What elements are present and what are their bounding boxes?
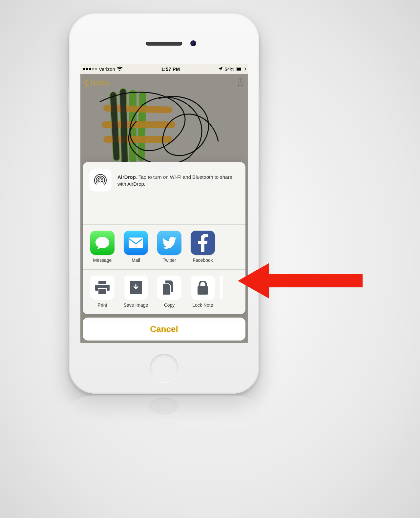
annotation-arrow-icon bbox=[238, 261, 363, 302]
phone-screen: Verizon 1:57 PM 54% Notes bbox=[80, 64, 248, 343]
cancel-label: Cancel bbox=[150, 324, 178, 334]
share-sheet: AirDrop. Tap to turn on Wi-Fi and Blueto… bbox=[83, 162, 245, 341]
share-app-facebook[interactable]: Facebook bbox=[190, 231, 216, 263]
share-label: Message bbox=[93, 258, 112, 263]
iphone-device-frame: Verizon 1:57 PM 54% Notes bbox=[69, 13, 259, 394]
share-app-twitter[interactable]: Twitter bbox=[156, 231, 182, 263]
action-copy[interactable]: Copy bbox=[156, 276, 182, 308]
lock-icon bbox=[191, 276, 215, 300]
share-label: Facebook bbox=[193, 258, 213, 263]
share-label: Mail bbox=[132, 258, 140, 263]
airdrop-title: AirDrop bbox=[117, 174, 136, 180]
front-camera bbox=[190, 40, 196, 46]
action-lock-note[interactable]: Lock Note bbox=[190, 276, 216, 308]
home-button[interactable] bbox=[150, 354, 178, 383]
earpiece-speaker bbox=[146, 42, 182, 46]
share-app-mail[interactable]: Mail bbox=[123, 231, 149, 263]
print-icon bbox=[90, 276, 115, 300]
copy-icon bbox=[157, 276, 181, 300]
share-app-message[interactable]: Message bbox=[89, 231, 116, 263]
share-label: Lock Note bbox=[192, 302, 213, 308]
more-icon bbox=[220, 276, 223, 300]
battery-pct-label: 54% bbox=[224, 66, 234, 72]
battery-icon bbox=[236, 67, 245, 71]
action-partial-more[interactable] bbox=[220, 276, 223, 308]
share-label: Save Image bbox=[124, 302, 148, 308]
status-bar: Verizon 1:57 PM 54% bbox=[80, 64, 248, 74]
twitter-icon bbox=[157, 231, 181, 255]
share-label: Twitter bbox=[162, 258, 176, 263]
carrier-label: Verizon bbox=[99, 66, 115, 72]
message-icon bbox=[90, 231, 115, 255]
cancel-button[interactable]: Cancel bbox=[83, 318, 245, 341]
status-right: 54% bbox=[219, 66, 245, 72]
svg-point-0 bbox=[99, 179, 102, 182]
action-print[interactable]: Print bbox=[89, 276, 116, 308]
airdrop-icon bbox=[89, 169, 112, 192]
clock-label: 1:57 PM bbox=[161, 66, 180, 72]
phone-reflection bbox=[69, 395, 259, 464]
share-sheet-panel: AirDrop. Tap to turn on Wi-Fi and Blueto… bbox=[83, 162, 245, 314]
airdrop-section[interactable]: AirDrop. Tap to turn on Wi-Fi and Blueto… bbox=[83, 162, 245, 224]
share-label: Copy bbox=[164, 302, 175, 308]
action-save-image[interactable]: Save Image bbox=[123, 276, 149, 308]
status-left: Verizon bbox=[83, 66, 123, 72]
facebook-icon bbox=[191, 231, 215, 255]
svg-rect-2 bbox=[198, 286, 208, 295]
airdrop-text: AirDrop. Tap to turn on Wi-Fi and Blueto… bbox=[117, 174, 239, 187]
share-apps-row[interactable]: Message Mail Twitter bbox=[83, 225, 245, 269]
signal-strength-icon bbox=[83, 68, 97, 70]
share-label: Print bbox=[98, 302, 107, 308]
mail-icon bbox=[124, 231, 148, 255]
share-actions-row[interactable]: Print Save Image Copy bbox=[83, 270, 245, 314]
wifi-icon bbox=[117, 67, 123, 71]
save-image-icon bbox=[124, 276, 148, 300]
location-icon bbox=[219, 66, 223, 72]
svg-rect-1 bbox=[129, 238, 143, 248]
